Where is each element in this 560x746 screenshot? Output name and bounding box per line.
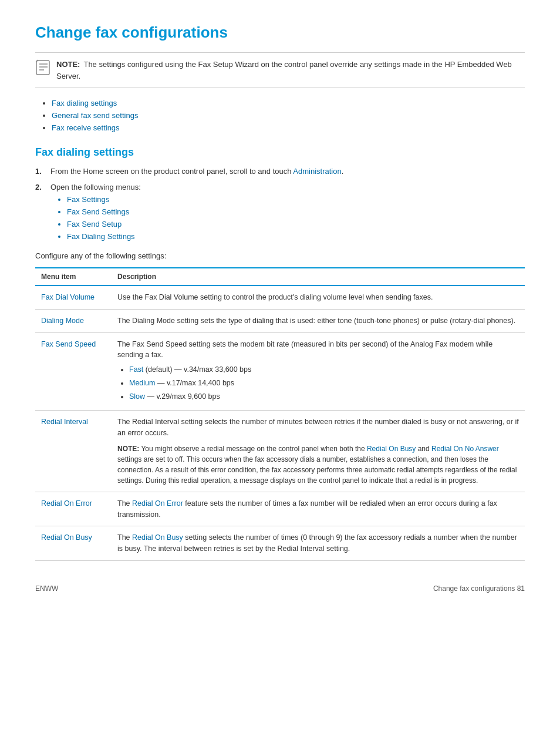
dialing-mode-desc: The Dialing Mode setting sets the type o… <box>112 309 525 332</box>
step-1: 1. From the Home screen on the product c… <box>35 167 525 176</box>
note-text: The settings configured using the Fax Se… <box>56 60 512 80</box>
page-title: Change fax configurations <box>35 23 525 42</box>
redial-on-error-desc: The Redial On Error feature sets the num… <box>112 492 525 526</box>
toc-list: Fax dialing settings General fax send se… <box>52 99 525 132</box>
redial-on-error-link[interactable]: Redial On Error <box>41 499 92 508</box>
toc-item-2[interactable]: General fax send settings <box>52 111 525 120</box>
table-row: Dialing Mode The Dialing Mode setting se… <box>35 309 525 332</box>
menu-item-fax-send-setup: Fax Send Setup <box>67 220 141 228</box>
note-box: NOTE:The settings configured using the F… <box>35 52 525 88</box>
toc-link-3[interactable]: Fax receive settings <box>52 123 120 132</box>
svg-rect-0 <box>36 61 49 75</box>
step-2-content: Open the following menus: Fax Settings F… <box>50 183 141 244</box>
fax-settings-link[interactable]: Fax Settings <box>67 195 109 204</box>
step-2: 2. Open the following menus: Fax Setting… <box>35 183 525 244</box>
step-2-text: Open the following menus: <box>50 183 141 191</box>
redial-interval-desc: The Redial Interval setting selects the … <box>112 411 525 492</box>
note-icon <box>35 59 52 76</box>
toc-link-1[interactable]: Fax dialing settings <box>52 99 117 107</box>
redial-interval-link[interactable]: Redial Interval <box>41 418 88 426</box>
note-content: NOTE:The settings configured using the F… <box>56 59 525 82</box>
menu-item-fax-send-settings: Fax Send Settings <box>67 207 141 216</box>
fax-dialing-settings-link[interactable]: Fax Dialing Settings <box>67 232 135 241</box>
settings-table: Menu item Description Fax Dial Volume Us… <box>35 267 525 561</box>
fax-dial-volume-link[interactable]: Fax Dial Volume <box>41 293 95 301</box>
fax-send-speed-list: Fast (default) — v.34/max 33,600 bps Med… <box>129 364 519 402</box>
redial-interval-note: NOTE: You might observe a redial message… <box>117 443 519 486</box>
table-row: Fax Send Speed The Fax Send Speed settin… <box>35 332 525 411</box>
fax-send-speed-desc: The Fax Send Speed setting sets the mode… <box>112 332 525 411</box>
col-desc-header: Description <box>112 268 525 285</box>
speed-slow: Slow — v.29/max 9,600 bps <box>129 391 519 402</box>
menu-item-fax-dialing-settings: Fax Dialing Settings <box>67 232 141 241</box>
fax-send-settings-link[interactable]: Fax Send Settings <box>67 207 129 216</box>
note-label: NOTE: <box>56 60 80 69</box>
footer-left: ENWW <box>35 584 58 593</box>
step-1-text: From the Home screen on the product cont… <box>50 167 343 176</box>
footer-right: Change fax configurations 81 <box>433 584 525 593</box>
menu-item-fax-settings: Fax Settings <box>67 195 141 204</box>
table-row: Fax Dial Volume Use the Fax Dial Volume … <box>35 285 525 309</box>
redial-on-busy-desc: The Redial On Busy setting selects the n… <box>112 526 525 561</box>
footer: ENWW Change fax configurations 81 <box>35 584 525 593</box>
table-row: Redial Interval The Redial Interval sett… <box>35 411 525 492</box>
speed-fast: Fast (default) — v.34/max 33,600 bps <box>129 364 519 375</box>
configure-label: Configure any of the following settings: <box>35 251 525 260</box>
col-menu-header: Menu item <box>35 268 112 285</box>
menus-list: Fax Settings Fax Send Settings Fax Send … <box>67 195 141 241</box>
dialing-mode-link[interactable]: Dialing Mode <box>41 317 84 325</box>
table-row: Redial On Busy The Redial On Busy settin… <box>35 526 525 561</box>
fax-dial-volume-desc: Use the Fax Dial Volume setting to contr… <box>112 285 525 309</box>
table-row: Redial On Error The Redial On Error feat… <box>35 492 525 526</box>
speed-medium: Medium — v.17/max 14,400 bps <box>129 378 519 389</box>
fax-send-setup-link[interactable]: Fax Send Setup <box>67 220 122 228</box>
toc-link-2[interactable]: General fax send settings <box>52 111 138 120</box>
toc-item-1[interactable]: Fax dialing settings <box>52 99 525 107</box>
administration-link[interactable]: Administration <box>293 167 341 176</box>
step-2-number: 2. <box>35 183 48 191</box>
toc-item-3[interactable]: Fax receive settings <box>52 123 525 132</box>
fax-send-speed-link[interactable]: Fax Send Speed <box>41 340 96 348</box>
step-1-number: 1. <box>35 167 48 176</box>
section1-title: Fax dialing settings <box>35 146 525 159</box>
redial-on-busy-link[interactable]: Redial On Busy <box>41 533 92 542</box>
